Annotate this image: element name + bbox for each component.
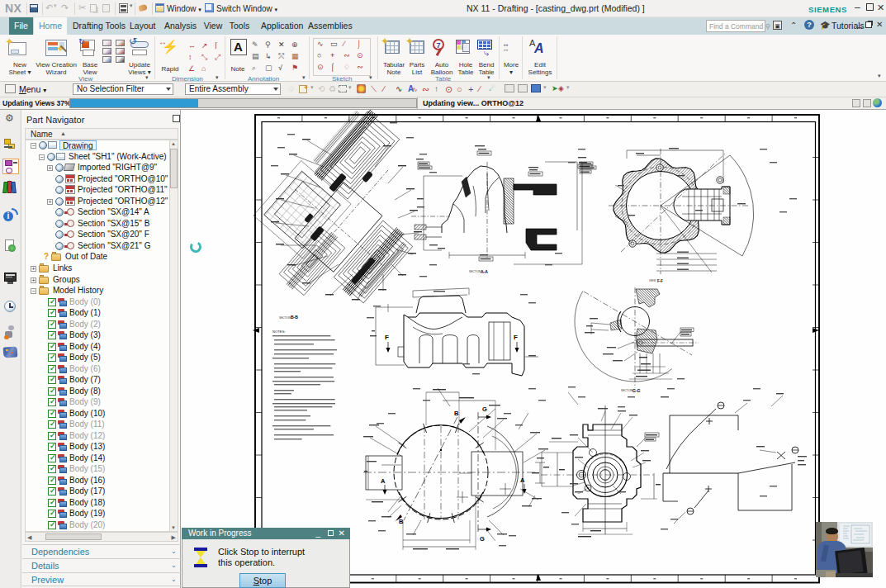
svg-text:A: A (381, 477, 386, 485)
svg-text:SECTION: SECTION (621, 389, 633, 392)
svg-text:G: G (480, 535, 485, 543)
svg-text:F: F (514, 334, 518, 341)
svg-text:NOTES:: NOTES: (272, 330, 286, 334)
svg-text:G-G: G-G (633, 388, 641, 393)
svg-text:SECTION: SECTION (469, 270, 481, 273)
svg-text:B: B (454, 410, 459, 417)
svg-text:G: G (482, 405, 487, 413)
svg-text:F-F: F-F (657, 279, 663, 283)
svg-text:A: A (520, 477, 525, 484)
svg-text:B-B: B-B (291, 315, 298, 320)
svg-text:A-A: A-A (481, 269, 488, 274)
svg-text:VIEW: VIEW (649, 279, 656, 282)
svg-text:SECTION: SECTION (279, 316, 291, 320)
svg-text:F: F (385, 334, 389, 341)
